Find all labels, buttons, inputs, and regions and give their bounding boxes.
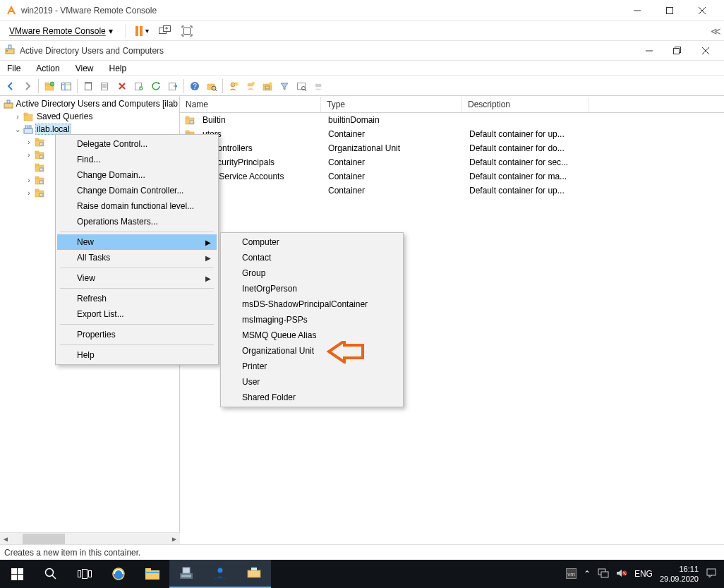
find-objects-button[interactable] — [294, 78, 309, 94]
ctx-all-tasks[interactable]: All Tasks▶ — [57, 250, 217, 265]
nav-forward-button[interactable] — [20, 78, 35, 94]
ctx-find[interactable]: Find... — [57, 152, 217, 167]
vmware-close-button[interactable] — [686, 0, 718, 21]
new-computer[interactable]: Computer — [222, 234, 402, 250]
ctx-help[interactable]: Help — [57, 347, 217, 363]
tree-horizontal-scrollbar[interactable]: ◄ ► — [0, 532, 180, 544]
ctx-view[interactable]: View▶ — [57, 270, 217, 286]
start-button[interactable] — [0, 560, 34, 588]
show-hide-tree-button[interactable] — [59, 78, 74, 94]
tray-clock[interactable]: 16:11 29.09.2020 — [660, 564, 699, 584]
menu-action[interactable]: Action — [33, 63, 62, 74]
vmware-hide-toolbar-button[interactable]: ≪ — [711, 25, 720, 37]
ctx-refresh[interactable]: Refresh — [57, 291, 217, 306]
tray-language[interactable]: ENG — [634, 569, 653, 579]
new-user[interactable]: User — [222, 374, 402, 390]
refresh-button[interactable] — [148, 78, 164, 94]
ctx-change-domain[interactable]: Change Domain... — [57, 167, 217, 183]
new-msimaging[interactable]: msImaging-PSPs — [222, 312, 402, 328]
export-button[interactable] — [165, 78, 181, 94]
context-submenu-new: Computer Contact Group InetOrgPerson msD… — [220, 232, 404, 407]
ad-minimize-button[interactable] — [635, 42, 663, 60]
taskbar-server-manager[interactable] — [169, 560, 203, 588]
tray-network-icon[interactable] — [598, 568, 609, 580]
menu-help[interactable]: Help — [107, 63, 130, 74]
column-description[interactable]: Description — [462, 97, 589, 112]
svg-rect-18 — [62, 83, 71, 90]
ctx-properties[interactable]: Properties — [57, 327, 217, 342]
context-menu-domain: Delegate Control... Find... Change Domai… — [55, 134, 219, 365]
list-item[interactable]: nSecurityPrincipalsContainerDefault cont… — [180, 155, 724, 169]
vmware-minimize-button[interactable] — [621, 0, 653, 21]
cut-button[interactable] — [80, 78, 96, 94]
taskbar-users[interactable] — [203, 560, 237, 588]
copy-button[interactable] — [97, 78, 113, 94]
scroll-right-arrow[interactable]: ► — [169, 534, 180, 544]
vmware-send-cad-button[interactable] — [156, 24, 174, 38]
column-name[interactable]: Name — [180, 97, 321, 112]
ctx-change-dc[interactable]: Change Domain Controller... — [57, 183, 217, 198]
taskbar-explorer[interactable] — [135, 560, 169, 588]
tray-chevron-up-icon[interactable]: ⌃ — [584, 569, 591, 579]
scroll-left-arrow[interactable]: ◄ — [0, 534, 11, 544]
tray-sound-muted-icon[interactable] — [616, 568, 627, 580]
nav-back-button[interactable] — [3, 78, 18, 94]
svg-line-46 — [305, 90, 306, 91]
expand-icon[interactable]: › — [13, 113, 23, 121]
new-inetorgperson[interactable]: InetOrgPerson — [222, 281, 402, 296]
up-button[interactable] — [42, 78, 57, 94]
ctx-delegate-control[interactable]: Delegate Control... — [57, 136, 217, 152]
submenu-arrow-icon: ▶ — [205, 254, 211, 262]
new-msmq[interactable]: MSMQ Queue Alias — [222, 328, 402, 343]
ctx-export-list[interactable]: Export List... — [57, 306, 217, 322]
new-group[interactable]: Group — [222, 265, 402, 281]
help-button[interactable]: ? — [187, 78, 203, 94]
ad-close-button[interactable] — [692, 42, 720, 60]
delete-button[interactable] — [114, 78, 130, 94]
ad-restore-button[interactable] — [663, 42, 692, 60]
new-group-button[interactable] — [243, 78, 258, 94]
menu-view[interactable]: View — [73, 63, 97, 74]
svg-rect-95 — [78, 571, 81, 577]
list-item[interactable]: ged Service AccountsContainerDefault con… — [180, 169, 724, 184]
scroll-thumb[interactable] — [23, 534, 65, 544]
task-view-button[interactable] — [68, 560, 102, 588]
svg-rect-72 — [186, 116, 189, 119]
ad-folder-icon — [34, 187, 45, 198]
vmware-pause-button[interactable]: ▾ — [133, 25, 152, 37]
vmware-fullscreen-button[interactable] — [179, 24, 195, 38]
new-contact[interactable]: Contact — [222, 250, 402, 265]
new-shared-folder[interactable]: Shared Folder — [222, 390, 402, 405]
tray-vmware-tools-icon[interactable]: vm — [566, 568, 577, 580]
new-user-button[interactable] — [226, 78, 241, 94]
menu-file[interactable]: File — [4, 63, 23, 74]
taskbar-ie[interactable] — [102, 560, 135, 588]
svg-rect-64 — [40, 168, 43, 171]
add-to-group-button[interactable] — [310, 78, 326, 94]
new-printer[interactable]: Printer — [222, 359, 402, 374]
find-button[interactable] — [204, 78, 219, 94]
collapse-icon[interactable]: ⌄ — [13, 126, 23, 133]
properties-button[interactable] — [131, 78, 147, 94]
new-ou-button[interactable] — [260, 78, 275, 94]
taskbar-aduc[interactable] — [237, 560, 271, 588]
vmware-maximize-button[interactable] — [653, 0, 686, 21]
tree-root[interactable]: Active Directory Users and Computers [il… — [0, 97, 179, 110]
filter-button[interactable] — [277, 78, 292, 94]
tree-saved-queries[interactable]: › Saved Queries — [0, 110, 179, 123]
list-item[interactable]: utersContainerDefault container for up..… — [180, 127, 724, 141]
new-msds-shadow[interactable]: msDS-ShadowPrincipalContainer — [222, 296, 402, 312]
new-organizational-unit[interactable]: Organizational Unit — [222, 343, 402, 359]
ctx-operations-masters[interactable]: Operations Masters... — [57, 214, 217, 229]
ctx-raise-level[interactable]: Raise domain functional level... — [57, 198, 217, 214]
svg-text:?: ? — [193, 83, 197, 90]
tray-notifications-icon[interactable] — [706, 568, 717, 580]
list-item[interactable]: BuiltinbuiltinDomain — [180, 113, 724, 127]
search-button[interactable] — [34, 560, 68, 588]
vmware-toolbar: VMware Remote Console ▾ ▾ ≪ — [0, 21, 724, 41]
column-type[interactable]: Type — [321, 97, 462, 112]
ctx-new[interactable]: New▶ — [57, 234, 217, 250]
vmware-console-menu[interactable]: VMware Remote Console ▾ — [4, 24, 118, 38]
list-item[interactable]: ContainerDefault container for up... — [180, 184, 724, 198]
list-item[interactable]: in ControllersOrganizational UnitDefault… — [180, 141, 724, 155]
